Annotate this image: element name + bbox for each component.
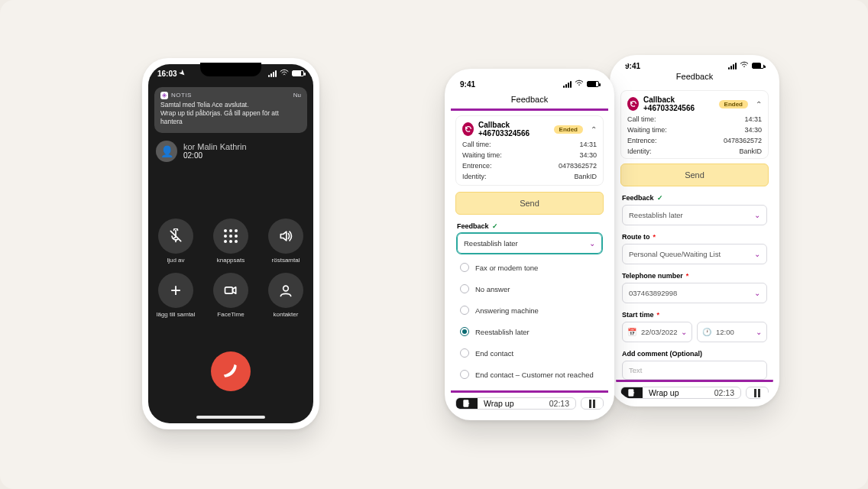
caller-name: kor Malin Kathrin xyxy=(183,142,247,151)
contacts-button[interactable]: kontakter xyxy=(268,273,303,318)
home-indicator[interactable] xyxy=(196,416,265,419)
callback-title: Callback +46703324566 xyxy=(643,96,714,112)
caller-info: 👤 kor Malin Kathrin 02:00 xyxy=(148,138,313,162)
route-select[interactable]: Personal Queue/Waiting List ⌄ xyxy=(622,244,767,264)
location-icon: ➤ xyxy=(177,69,187,79)
status-badge: Ended xyxy=(719,100,748,108)
comment-input[interactable]: Text xyxy=(622,361,767,380)
ios-call-phone: 16:03 ➤ ◈ NOTIS Nu Samtal med Telia xyxy=(142,58,319,429)
wrapup-timer: 02:13 xyxy=(708,388,740,397)
feedback-option[interactable]: Reestablish later xyxy=(457,321,602,342)
wrapup-bar[interactable]: Wrap up 02:13 xyxy=(620,387,741,399)
option-label: End contact – Customer not reached xyxy=(475,371,594,379)
radio-icon xyxy=(460,263,469,272)
status-time: 9:41 xyxy=(625,62,640,70)
chevron-down-icon: ⌄ xyxy=(754,211,760,219)
radio-icon xyxy=(460,284,469,293)
wrapup-icon xyxy=(456,398,478,409)
notification-banner[interactable]: ◈ NOTIS Nu Samtal med Telia Ace avslutat… xyxy=(154,87,307,133)
svg-rect-0 xyxy=(225,287,233,293)
chevron-up-icon[interactable]: ⌃ xyxy=(756,100,762,108)
keypad-button[interactable]: knappsats xyxy=(213,219,248,264)
wifi-icon xyxy=(280,69,289,78)
call-timer: 02:00 xyxy=(183,151,247,160)
signal-icon xyxy=(563,81,572,88)
mute-button[interactable]: ljud av xyxy=(158,219,193,264)
telephone-label: Telephone number* xyxy=(622,272,767,280)
svg-point-1 xyxy=(283,286,289,291)
pause-button[interactable] xyxy=(581,397,604,410)
feedback-option[interactable]: No answer xyxy=(457,278,602,300)
caller-avatar: 👤 xyxy=(156,141,177,162)
clock-icon: 🕐 xyxy=(702,328,711,336)
date-select[interactable]: 📅22/03/2022 ⌄ xyxy=(622,322,692,342)
status-bar: 9:41 xyxy=(616,61,773,70)
chevron-down-icon: ⌄ xyxy=(589,239,595,248)
pause-button[interactable] xyxy=(746,387,769,399)
callback-title: Callback +46703324566 xyxy=(478,121,549,138)
calendar-icon: 📅 xyxy=(627,328,636,336)
wifi-icon xyxy=(740,61,749,70)
check-icon: ✓ xyxy=(657,194,663,202)
chevron-up-icon[interactable]: ⌃ xyxy=(591,125,597,134)
wrapup-timer: 02:13 xyxy=(543,399,575,408)
accent-divider xyxy=(451,108,608,111)
hangup-button[interactable] xyxy=(211,351,251,391)
starttime-label: Start time* xyxy=(622,311,767,319)
callback-card: Callback +46703324566 Ended ⌃ Call time:… xyxy=(455,115,604,186)
radio-icon xyxy=(460,327,469,336)
artboard: 16:03 ➤ ◈ NOTIS Nu Samtal med Telia xyxy=(0,0,868,489)
option-label: Answering machine xyxy=(475,306,539,315)
wrapup-bar[interactable]: Wrap up 02:13 xyxy=(455,397,576,410)
radio-icon xyxy=(460,348,469,358)
option-label: End contact xyxy=(475,349,513,358)
notif-line1: Samtal med Telia Ace avslutat. xyxy=(160,101,301,109)
status-bar: 9:41 xyxy=(451,75,608,93)
comment-label: Add comment (Optional) xyxy=(622,350,767,358)
feedback-select[interactable]: Reestablish later ⌄ xyxy=(622,205,767,225)
radio-icon xyxy=(460,370,469,379)
chevron-down-icon: ⌄ xyxy=(756,328,762,336)
facetime-button[interactable]: FaceTime xyxy=(213,273,248,318)
notif-time: Nu xyxy=(293,92,301,99)
send-button[interactable]: Send xyxy=(455,192,604,215)
signal-icon xyxy=(268,70,277,77)
route-label: Route to* xyxy=(622,233,767,241)
chevron-down-icon: ⌄ xyxy=(681,328,687,336)
feedback-select[interactable]: Reestablish later ⌄ xyxy=(457,233,602,254)
feedback-option[interactable]: End contact – Customer not reached xyxy=(457,364,602,385)
feedback-option[interactable]: End contact xyxy=(457,342,602,364)
call-button-grid: ljud av knappsats röstsamtal + lägg till… xyxy=(148,219,313,318)
status-bar: 16:03 ➤ xyxy=(148,64,313,83)
battery-icon xyxy=(587,81,599,87)
feedback-label: Feedback✓ xyxy=(457,222,602,230)
status-time: 16:03 xyxy=(157,70,177,78)
speaker-button[interactable]: röstsamtal xyxy=(268,219,303,264)
option-label: Reestablish later xyxy=(475,328,530,336)
chevron-down-icon: ⌄ xyxy=(754,250,760,258)
time-select[interactable]: 🕐12:00 ⌄ xyxy=(697,322,767,342)
option-label: No answer xyxy=(475,285,510,293)
feedback-phone-options: 9:41 Feedback Callback +46703324566 Ende… xyxy=(445,69,614,420)
send-button[interactable]: Send xyxy=(620,164,769,186)
status-badge: Ended xyxy=(554,125,583,134)
notif-line2: Wrap up tid påbörjas. Gå till appen för … xyxy=(160,109,301,126)
add-call-button[interactable]: + lägg till samtal xyxy=(157,273,196,318)
notif-app-name: NOTIS xyxy=(171,92,192,99)
callback-icon xyxy=(627,97,639,111)
callback-card: Callback +46703324566 Ended ⌃ Call time:… xyxy=(620,90,769,159)
feedback-label: Feedback✓ xyxy=(622,194,767,202)
feedback-options-list: Fax or modem toneNo answerAnswering mach… xyxy=(457,257,602,385)
signal-icon xyxy=(728,63,737,70)
battery-icon xyxy=(292,70,304,76)
check-icon: ✓ xyxy=(492,222,498,230)
feedback-phone-form: 9:41 Feedback Callback +46703324566 Ende… xyxy=(610,55,779,406)
chevron-down-icon: ⌄ xyxy=(754,289,760,297)
feedback-option[interactable]: Answering machine xyxy=(457,300,602,321)
page-title: Feedback xyxy=(451,93,608,108)
telephone-select[interactable]: 037463892998 ⌄ xyxy=(622,283,767,303)
option-label: Fax or modem tone xyxy=(475,264,538,272)
feedback-option[interactable]: Fax or modem tone xyxy=(457,257,602,278)
callback-icon xyxy=(462,122,474,136)
wrapup-icon xyxy=(621,387,643,398)
